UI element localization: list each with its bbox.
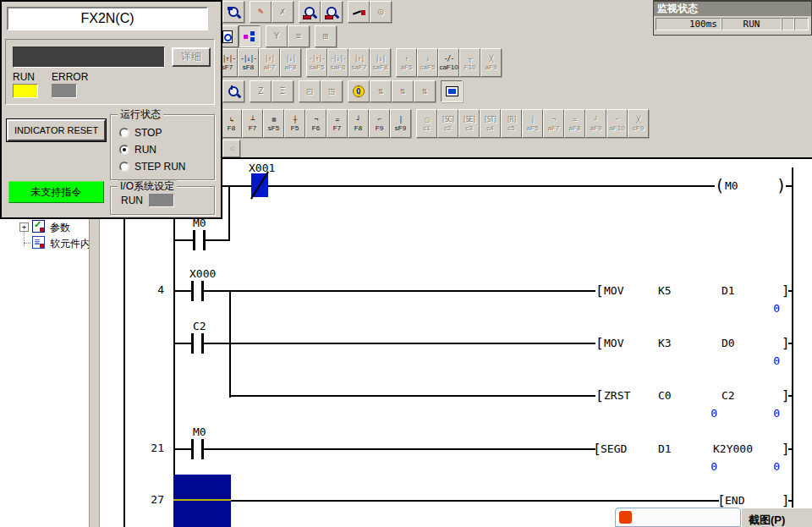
sogou-logo-icon[interactable] [619, 511, 632, 524]
vline-delete-button[interactable]: |sF9 [390, 109, 411, 138]
aux-delete-button[interactable]: ╳cF9 [628, 109, 649, 138]
rising-pulse-branch-button[interactable]: |↑|aF7 [259, 48, 280, 77]
data-list-button[interactable]: ⊞ [315, 25, 337, 47]
line-branch-button[interactable]: ↳F8 [221, 109, 242, 138]
find-device-button[interactable] [222, 1, 244, 23]
pan-hand-button[interactable]: ☜ [222, 140, 240, 157]
parameter-icon: ✓ [32, 220, 45, 233]
coil-c1-button[interactable]: □c1 [416, 109, 437, 138]
status-latch-button[interactable]: Ξ [272, 80, 294, 102]
radio-run[interactable]: RUN [119, 144, 156, 156]
rising-branch-close-button[interactable]: |↑|saF7 [348, 48, 370, 77]
rung-wire [788, 500, 793, 502]
stop-monitor-button[interactable] [348, 80, 370, 102]
instruction-op: END [725, 494, 744, 507]
project-data-list-button[interactable] [239, 25, 261, 47]
coil-r-button[interactable]: [R]c5 [501, 109, 522, 138]
radio-stop[interactable]: STOP [119, 127, 162, 139]
hline-write-button[interactable]: =F7 [326, 109, 348, 138]
device-batch-monitor-button[interactable]: ⇅ [370, 80, 392, 102]
wire-in-cursor [173, 499, 231, 501]
contact-label: C2 [193, 320, 206, 332]
run-lamp [13, 84, 38, 98]
jump-destination-button[interactable]: ◳ [321, 80, 343, 102]
coil-st-button[interactable]: [ST]c4 [480, 109, 501, 138]
ladder-editor-window[interactable]: X001 M0 ( M0 ) 4 X000 [ MOV K5 D1 ] 0 C2… [123, 157, 812, 527]
rung-wire [229, 395, 595, 397]
no-contact[interactable] [191, 333, 204, 354]
trace-button[interactable]: ◎ [370, 1, 392, 23]
no-contact[interactable] [191, 439, 204, 459]
monitor-mode-button[interactable] [299, 1, 321, 23]
aux-corner-tr-button[interactable]: ¬aF7 [543, 109, 564, 138]
ladder-write-button[interactable]: ✎ [250, 1, 272, 23]
contact-label: X000 [189, 267, 216, 280]
tree-expand-box[interactable]: + [19, 222, 29, 232]
buffer-batch-monitor-button[interactable]: ⇅ [392, 80, 414, 102]
corner-br-button[interactable]: ┘F8 [348, 109, 369, 138]
invert-up-button[interactable]: ↑aF5 [396, 48, 417, 77]
monitor-value: 0 [697, 407, 717, 420]
aux-vline-button[interactable]: |aF5 [522, 109, 543, 138]
rung-wire [788, 290, 793, 292]
instruction-operand: D1 [721, 284, 735, 297]
radio-icon [119, 162, 129, 172]
tree-item-device-memory[interactable]: 软元件内 [50, 237, 91, 251]
coil-sc-button[interactable]: [SC]c2 [437, 109, 458, 138]
coil-close: ) [776, 176, 786, 195]
monitor-status-titlebar[interactable]: 监视状态 [654, 2, 811, 16]
falling-pulse-branch-button[interactable]: |↓|aF8 [280, 48, 301, 77]
aux-hline2-button[interactable]: ⌐aF10 [606, 109, 628, 138]
sampling-trace-button[interactable]: Z [250, 80, 272, 102]
falling-pulse-close-button[interactable]: -|↓|-saF6 [327, 48, 348, 77]
ime-toolbar [615, 508, 741, 527]
program-check-button[interactable]: Y [266, 25, 288, 47]
screenshot-menu-item[interactable]: 截图(P) [741, 508, 812, 527]
instruction-operand: K3 [658, 337, 672, 349]
aux-corner-br-button[interactable]: ┘aF9 [585, 109, 606, 138]
instruction-operand: C2 [721, 389, 735, 402]
selection-block-cursor[interactable] [173, 475, 231, 527]
no-contact[interactable] [193, 230, 206, 250]
invert-down-button[interactable]: ↓caF5 [417, 48, 438, 77]
step-number: 27 [135, 493, 164, 506]
unsupported-instruction-button[interactable]: 未支持指令 [8, 181, 104, 203]
rising-pulse-close-button[interactable]: -|↑|-saF5 [306, 48, 327, 77]
scan-time-field: 100ms [656, 18, 721, 30]
rung-wire [788, 395, 793, 397]
monitor-condition-button[interactable]: ⇅ [414, 80, 436, 102]
delete-line-button[interactable]: ┬F10 [459, 48, 480, 77]
details-button[interactable]: 详细 [172, 47, 211, 67]
contact-label: X001 [249, 162, 275, 174]
corner-tr-button[interactable]: ¬F6 [305, 109, 326, 138]
ladder-delete-button[interactable]: ✗ [272, 1, 294, 23]
rung-wire [231, 500, 719, 502]
aux-hline-button[interactable]: =aF8 [564, 109, 585, 138]
radio-step-run[interactable]: STEP RUN [119, 161, 185, 173]
tree-item-parameter[interactable]: 参数 [50, 221, 70, 235]
error-message-bar [13, 47, 165, 68]
coil-se-button[interactable]: [SE]c3 [458, 109, 480, 138]
no-contact[interactable] [191, 281, 204, 301]
cross-line-button[interactable]: ┼F5 [284, 109, 305, 138]
delete-rung-button[interactable]: ╳aF9 [480, 48, 502, 77]
instruction-bracket: [ [595, 387, 604, 403]
falling-pulse-button[interactable]: -|↓|-sF8 [238, 48, 259, 77]
vertical-line-button[interactable]: ┴F7 [242, 109, 263, 138]
hline-delete-button[interactable]: ⌐F9 [369, 109, 390, 138]
step-number: 4 [135, 283, 164, 296]
rung-wire [788, 448, 793, 450]
delete-x-button[interactable]: ⊠sF5 [263, 109, 284, 138]
ladder-monitor-window-button[interactable] [441, 80, 463, 102]
device-test-button[interactable] [348, 1, 370, 23]
indicator-reset-button[interactable]: INDICATOR RESET [7, 119, 106, 141]
parameter-check-button[interactable]: ≡ [288, 25, 310, 47]
entry-data-monitor-button[interactable] [222, 80, 244, 102]
monitor-status-window: 监视状态 100msRUN [653, 0, 812, 36]
falling-branch-close-button[interactable]: |↓|saF8 [370, 48, 391, 77]
invert-result-button[interactable]: -/-caF10 [438, 48, 459, 77]
monitor-write-mode-button[interactable] [321, 1, 343, 23]
monitor-value: 0 [760, 354, 780, 367]
jump-source-button[interactable]: ◰ [299, 80, 321, 102]
toolbar-monitor: ZΞ◰◳⇅⇅⇅ [215, 80, 463, 102]
